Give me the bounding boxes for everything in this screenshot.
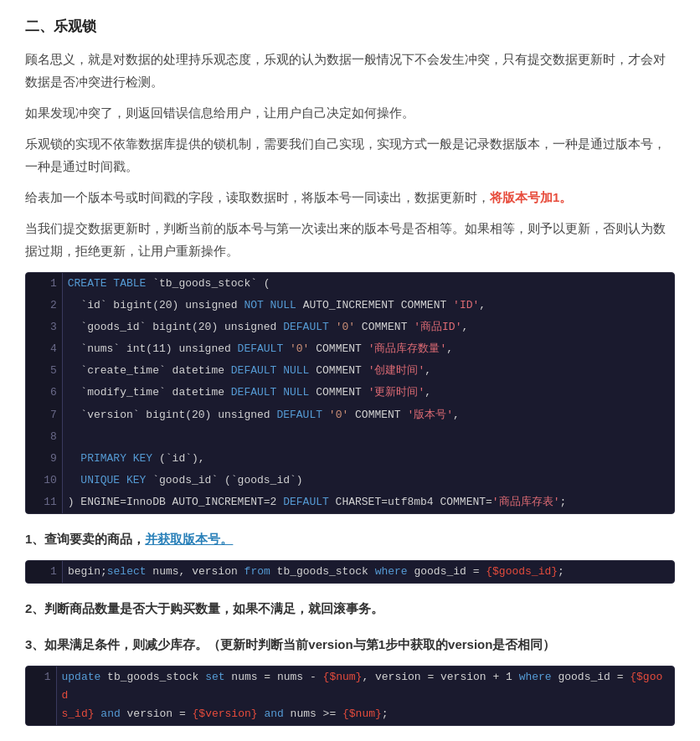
code-line: 11 ) ENGINE=InnoDB AUTO_INCREMENT=2 DEFA…	[26, 491, 674, 513]
code-block-select: 1 begin;select nums, version from tb_goo…	[25, 560, 675, 584]
section-1-highlight: 并获取版本号。	[145, 532, 233, 546]
section-title: 二、乐观锁	[25, 17, 675, 36]
code-line: 3 `goods_id` bigint(20) unsigned DEFAULT…	[26, 316, 674, 338]
paragraph-3: 乐观锁的实现不依靠数据库提供的锁机制，需要我们自己实现，实现方式一般是记录数据版…	[25, 132, 675, 178]
code-line: 6 `modify_time` datetime DEFAULT NULL CO…	[26, 382, 674, 404]
paragraph-5: 当我们提交数据更新时，判断当前的版本号与第一次读出来的版本号是否相等。如果相等，…	[25, 217, 675, 262]
paragraph-4: 给表加一个版本号或时间戳的字段，读取数据时，将版本号一同读出，数据更新时，将版本…	[25, 186, 675, 208]
code-line: 10 UNIQUE KEY `goods_id` (`goods_id`)	[26, 470, 674, 491]
code-line: 4 `nums` int(11) unsigned DEFAULT '0' CO…	[26, 338, 674, 360]
section-1-title: 1、查询要卖的商品，并获取版本号。	[25, 527, 675, 550]
section-3-title: 3、如果满足条件，则减少库存。（更新时判断当前version与第1步中获取的ve…	[25, 633, 675, 656]
code-line: 9 PRIMARY KEY (`id`),	[26, 448, 674, 470]
code-line: 7 `version` bigint(20) unsigned DEFAULT …	[26, 404, 674, 426]
code-block-update: 1 update tb_goods_stock set nums = nums …	[25, 666, 675, 726]
section-2-title: 2、判断商品数量是否大于购买数量，如果不满足，就回滚事务。	[25, 597, 675, 620]
code-line: 5 `create_time` datetime DEFAULT NULL CO…	[26, 360, 674, 382]
paragraph-1: 顾名思义，就是对数据的处理持乐观态度，乐观的认为数据一般情况下不会发生冲突，只有…	[25, 48, 675, 93]
code-line: 1 CREATE TABLE `tb_goods_stock` (	[26, 273, 674, 295]
code-block-create-table: 1 CREATE TABLE `tb_goods_stock` ( 2 `id`…	[25, 272, 675, 514]
code-line: 2 `id` bigint(20) unsigned NOT NULL AUTO…	[26, 295, 674, 316]
code-line: 8	[26, 426, 674, 448]
paragraph-2: 如果发现冲突了，则返回错误信息给用户，让用户自己决定如何操作。	[25, 101, 675, 124]
highlight-version: 将版本号加1。	[490, 190, 572, 204]
code-line: 1 update tb_goods_stock set nums = nums …	[26, 666, 674, 725]
code-line: 1 begin;select nums, version from tb_goo…	[26, 561, 674, 583]
